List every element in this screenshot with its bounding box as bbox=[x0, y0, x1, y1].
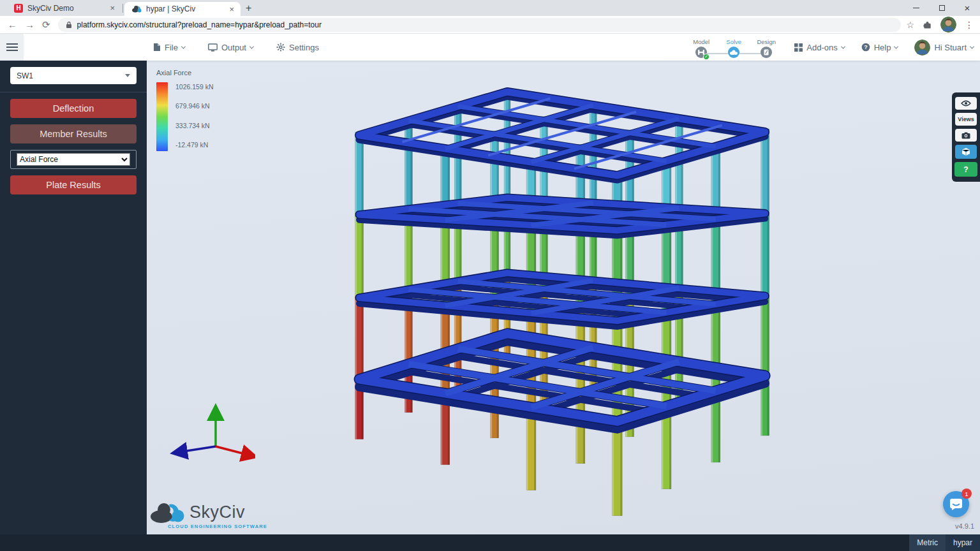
tab2-close-icon[interactable]: × bbox=[229, 4, 234, 14]
file-icon bbox=[153, 43, 161, 52]
settings-gear-icon bbox=[276, 43, 285, 52]
plate-results-button[interactable]: Plate Results bbox=[10, 175, 137, 195]
axis-x-red bbox=[216, 446, 250, 455]
views-button[interactable]: Views bbox=[955, 113, 977, 126]
view-toolbar: Views ? bbox=[952, 92, 980, 182]
user-menu[interactable]: Hi Stuart bbox=[914, 40, 974, 55]
tab-separator bbox=[122, 4, 123, 13]
help-menu[interactable]: ? Help bbox=[861, 43, 898, 52]
file-menu-label: File bbox=[165, 43, 178, 52]
padlock-icon bbox=[66, 21, 72, 29]
model-complete-check-icon: ✓ bbox=[703, 54, 709, 60]
window-maximize-button[interactable] bbox=[929, 0, 954, 16]
member-results-button[interactable]: Member Results bbox=[10, 124, 137, 143]
3d-view-button[interactable] bbox=[955, 145, 977, 159]
deflection-button[interactable]: Deflection bbox=[10, 99, 137, 118]
browser-tab-bar: H SkyCiv Demo × hypar | SkyCiv × + × bbox=[0, 0, 980, 16]
hamburger-menu-icon[interactable] bbox=[0, 34, 24, 61]
stepper-model-label: Model bbox=[693, 38, 709, 45]
addons-label: Add-ons bbox=[806, 43, 837, 52]
tab1-favicon: H bbox=[14, 4, 23, 13]
design-document-icon bbox=[764, 49, 769, 55]
screen: H SkyCiv Demo × hypar | SkyCiv × + × ← →… bbox=[0, 0, 980, 551]
legend-min-value: -12.479 kN bbox=[175, 141, 214, 149]
stepper-design[interactable]: Design bbox=[755, 38, 778, 58]
file-menu[interactable]: File bbox=[153, 43, 185, 52]
axis-z-blue bbox=[179, 446, 216, 452]
tab2-title: hypar | SkyCiv bbox=[146, 4, 225, 13]
output-menu[interactable]: Output bbox=[208, 43, 253, 52]
tab1-close-icon[interactable]: × bbox=[110, 3, 115, 13]
tab-hypar-skyciv[interactable]: hypar | SkyCiv × bbox=[124, 2, 241, 16]
chevron-down-icon bbox=[125, 74, 130, 77]
result-legend: Axial Force 1026.159 kN 679.946 kN 333.7… bbox=[156, 69, 214, 151]
solve-cloud-icon bbox=[730, 50, 738, 55]
user-greeting-label: Hi Stuart bbox=[934, 43, 967, 52]
bookmark-star-icon[interactable]: ☆ bbox=[906, 20, 914, 30]
cube-3d-icon bbox=[961, 147, 970, 156]
stepper-model[interactable]: Model ✓ bbox=[690, 38, 713, 58]
chat-notification-badge: 1 bbox=[961, 489, 972, 499]
help-circle-icon: ? bbox=[861, 43, 870, 52]
load-case-select[interactable]: SW1 bbox=[10, 67, 137, 84]
legend-color-scale bbox=[156, 82, 168, 151]
skyciv-logo: SkyCiv CLOUD ENGINEERING SOFTWARE bbox=[150, 499, 267, 529]
eye-icon bbox=[961, 100, 971, 107]
settings-menu[interactable]: Settings bbox=[276, 43, 319, 52]
output-monitor-icon bbox=[208, 43, 218, 52]
help-tour-button[interactable]: ? bbox=[954, 162, 977, 177]
forward-icon[interactable]: → bbox=[25, 19, 34, 30]
skyciv-tagline: CLOUD ENGINEERING SOFTWARE bbox=[168, 524, 267, 529]
stepper-design-label: Design bbox=[757, 38, 776, 45]
user-avatar bbox=[914, 40, 930, 55]
window-controls: × bbox=[903, 0, 980, 16]
browser-profile-avatar[interactable] bbox=[940, 17, 956, 33]
sidebar-divider bbox=[0, 92, 147, 92]
legend-max-value: 1026.159 kN bbox=[175, 83, 214, 91]
settings-menu-label: Settings bbox=[289, 43, 319, 52]
app-header: File Output S bbox=[0, 34, 980, 61]
chat-support-button[interactable]: 1 bbox=[943, 491, 969, 517]
model-viewport: Axial Force 1026.159 kN 679.946 kN 333.7… bbox=[147, 61, 980, 534]
extensions-puzzle-icon[interactable] bbox=[923, 20, 932, 29]
question-icon: ? bbox=[963, 165, 968, 174]
svg-text:?: ? bbox=[864, 44, 868, 50]
workflow-stepper: Model ✓ Solve bbox=[690, 37, 778, 58]
result-type-select-wrap: Axial Force bbox=[10, 150, 137, 169]
result-type-select[interactable]: Axial Force bbox=[17, 153, 130, 166]
tab-skyciv-demo[interactable]: H SkyCiv Demo × bbox=[6, 0, 121, 16]
tab1-title: SkyCiv Demo bbox=[27, 4, 105, 13]
load-case-value: SW1 bbox=[17, 71, 33, 80]
visibility-button[interactable] bbox=[955, 97, 977, 110]
structure-3d-model[interactable] bbox=[147, 61, 980, 534]
browser-menu-dots-icon[interactable]: ⋮ bbox=[965, 20, 974, 30]
back-icon[interactable]: ← bbox=[8, 19, 17, 30]
addons-grid-icon bbox=[794, 43, 803, 52]
window-minimize-button[interactable] bbox=[903, 0, 929, 16]
camera-icon bbox=[961, 132, 970, 139]
legend-value-3: 333.734 kN bbox=[175, 122, 214, 129]
url-text: platform.skyciv.com/structural?preload_n… bbox=[77, 20, 322, 29]
refresh-icon[interactable]: ⟳ bbox=[42, 19, 50, 31]
output-menu-label: Output bbox=[221, 43, 246, 52]
project-name-button[interactable]: hypar bbox=[946, 534, 980, 551]
status-bar: Metric hypar bbox=[0, 534, 980, 551]
stepper-solve[interactable]: Solve bbox=[722, 38, 745, 58]
help-label: Help bbox=[874, 43, 891, 52]
axis-triad bbox=[160, 400, 255, 464]
addons-menu[interactable]: Add-ons bbox=[794, 43, 844, 52]
unit-system-button[interactable]: Metric bbox=[909, 534, 946, 551]
tab2-favicon-skyciv-cloud-icon bbox=[132, 5, 142, 13]
legend-title: Axial Force bbox=[156, 69, 214, 77]
chat-bubble-icon bbox=[949, 498, 963, 510]
skyciv-wordmark: SkyCiv bbox=[189, 503, 245, 522]
legend-value-2: 679.946 kN bbox=[175, 102, 214, 110]
screenshot-button[interactable] bbox=[955, 129, 977, 142]
browser-url-bar: ← → ⟳ platform.skyciv.com/structural?pre… bbox=[0, 16, 980, 34]
version-label: v4.9.1 bbox=[955, 522, 974, 530]
skyciv-cloud-logo-icon bbox=[150, 499, 189, 525]
new-tab-button[interactable]: + bbox=[246, 3, 251, 14]
address-bar[interactable]: platform.skyciv.com/structural?preload_n… bbox=[58, 18, 902, 32]
window-close-button[interactable]: × bbox=[954, 0, 980, 16]
results-sidebar: SW1 Deflection Member Results Axial Forc… bbox=[0, 61, 147, 534]
